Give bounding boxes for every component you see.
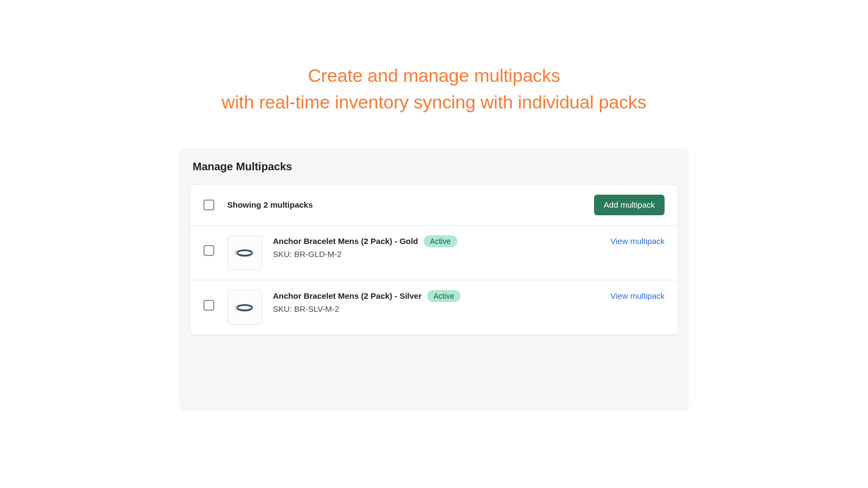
product-thumbnail xyxy=(227,290,262,325)
list-item: Anchor Bracelet Mens (2 Pack) - Silver A… xyxy=(190,280,678,335)
headline-line-1: Create and manage multipacks xyxy=(308,65,560,86)
result-count: Showing 2 multipacks xyxy=(227,200,594,209)
select-all-checkbox[interactable] xyxy=(203,200,214,210)
multipacks-card: Showing 2 multipacks Add multipack Ancho… xyxy=(190,185,678,335)
marketing-headline: Create and manage multipacks with real-t… xyxy=(0,62,868,116)
add-multipack-button[interactable]: Add multipack xyxy=(594,195,665,215)
row-content: Anchor Bracelet Mens (2 Pack) - Silver A… xyxy=(273,290,610,314)
panel-title: Manage Multipacks xyxy=(180,160,688,185)
status-badge: Active xyxy=(427,290,461,303)
view-multipack-link[interactable]: View multipack xyxy=(610,291,665,300)
manage-multipacks-panel: Manage Multipacks Showing 2 multipacks A… xyxy=(180,149,688,410)
bracelet-icon xyxy=(234,247,256,258)
headline-line-2: with real-time inventory syncing with in… xyxy=(222,92,647,112)
list-item: Anchor Bracelet Mens (2 Pack) - Gold Act… xyxy=(190,226,678,280)
view-multipack-link[interactable]: View multipack xyxy=(610,236,665,246)
row-checkbox[interactable] xyxy=(203,300,214,311)
bracelet-icon xyxy=(234,302,256,313)
row-checkbox[interactable] xyxy=(203,245,214,256)
product-sku: SKU: BR-GLD-M-2 xyxy=(273,249,610,259)
card-header: Showing 2 multipacks Add multipack xyxy=(190,185,678,226)
status-badge: Active xyxy=(424,235,457,248)
product-sku: SKU: BR-SLV-M-2 xyxy=(273,304,610,313)
row-content: Anchor Bracelet Mens (2 Pack) - Gold Act… xyxy=(273,235,610,259)
product-title: Anchor Bracelet Mens (2 Pack) - Gold xyxy=(273,236,418,246)
product-title: Anchor Bracelet Mens (2 Pack) - Silver xyxy=(273,291,422,300)
product-thumbnail xyxy=(227,235,262,270)
